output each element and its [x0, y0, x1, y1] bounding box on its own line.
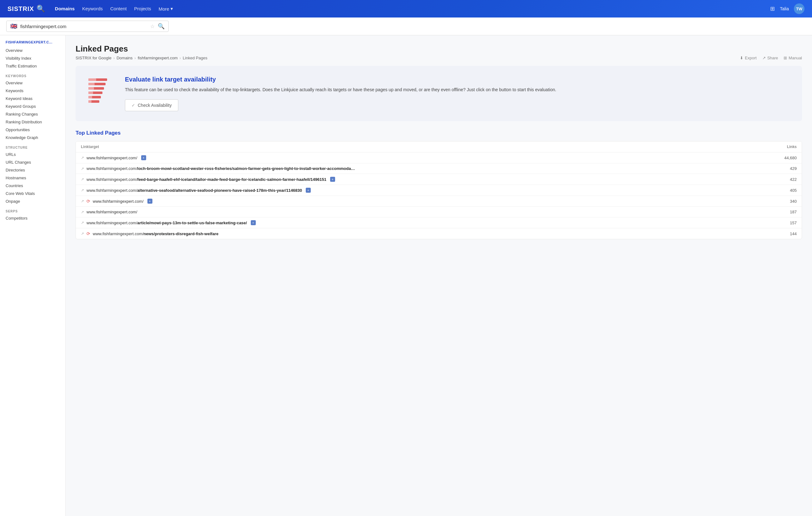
svg-rect-1: [88, 78, 96, 81]
links-count-7: 144: [749, 228, 802, 239]
sidebar-item-keywords[interactable]: Keywords: [0, 87, 65, 95]
nav-projects[interactable]: Projects: [134, 6, 151, 11]
svg-rect-3: [88, 83, 95, 85]
plus-button-2[interactable]: +: [330, 177, 335, 182]
link-cell-inner-4: ↗⟳www.fishfarmingexpert.com/+: [81, 199, 744, 204]
evaluate-title: Evaluate link target availability: [125, 76, 791, 83]
search-icon[interactable]: 🔍: [158, 23, 165, 30]
grid-icon[interactable]: ⊞: [770, 5, 775, 12]
nav-more[interactable]: More ▾: [158, 6, 173, 11]
col-linktarget: Linktarget: [76, 142, 749, 152]
links-count-0: 44,680: [749, 152, 802, 163]
nav-keywords[interactable]: Keywords: [82, 6, 103, 11]
svg-rect-11: [88, 100, 91, 103]
breadcrumb-domain[interactable]: fishfarmingexpert.com: [138, 56, 178, 60]
redirect-icon: ⟳: [87, 199, 90, 204]
link-cell-4: ↗⟳www.fishfarmingexpert.com/+: [76, 196, 749, 207]
sidebar-item-directories[interactable]: Directories: [0, 166, 65, 174]
external-link-icon: ↗: [81, 210, 84, 214]
url-text-3[interactable]: www.fishfarmingexpert.com/alternative-se…: [87, 188, 302, 193]
share-button[interactable]: ↗ Share: [762, 56, 778, 60]
linked-pages-table: Linktarget Links ↗www.fishfarmingexpert.…: [76, 142, 802, 239]
url-text-4[interactable]: www.fishfarmingexpert.com/: [93, 199, 144, 204]
topnav-right: ⊞ Talia TW: [770, 3, 805, 14]
external-link-icon: ↗: [81, 177, 84, 181]
manual-button[interactable]: ⊞ Manual: [784, 56, 802, 60]
links-count-4: 340: [749, 196, 802, 207]
sidebar-item-traffic-estimation[interactable]: Traffic Estimation: [0, 62, 65, 70]
links-count-2: 422: [749, 174, 802, 185]
link-cell-inner-1: ↗www.fishfarmingexpert.com/loch-broom-mo…: [81, 166, 744, 171]
sidebar-section-serps: SERPS: [0, 205, 65, 214]
sidebar-section-structure: STRUCTURE: [0, 142, 65, 150]
evaluate-content: Evaluate link target availability This f…: [125, 76, 791, 111]
breadcrumb-sep-2: ›: [135, 56, 136, 60]
url-text-6[interactable]: www.fishfarmingexpert.com/article/mowi-p…: [87, 221, 247, 225]
linked-pages-icon: [87, 76, 115, 107]
nav-content[interactable]: Content: [110, 6, 127, 11]
breadcrumb-actions: ⬇ Export ↗ Share ⊞ Manual: [740, 56, 802, 60]
url-text-5[interactable]: www.fishfarmingexpert.com/: [87, 209, 138, 214]
table-row: ↗⟳www.fishfarmingexpert.com/news/protest…: [76, 228, 802, 239]
main-layout: FISHFARMINGEXPERT.C... Overview Visibili…: [0, 35, 812, 516]
sidebar-item-url-changes[interactable]: URL Changes: [0, 159, 65, 166]
linked-pages-table-container: Linktarget Links ↗www.fishfarmingexpert.…: [76, 141, 802, 239]
link-cell-1: ↗www.fishfarmingexpert.com/loch-broom-mo…: [76, 163, 749, 174]
share-icon: ↗: [762, 56, 766, 60]
favorite-icon[interactable]: ☆: [150, 23, 154, 29]
table-row: ↗www.fishfarmingexpert.com/alternative-s…: [76, 185, 802, 196]
svg-rect-7: [88, 91, 93, 94]
sidebar-item-knowledge-graph[interactable]: Knowledge Graph: [0, 134, 65, 142]
evaluate-icon: [87, 76, 115, 108]
top-navigation: SISTRIX 🔍 Domains Keywords Content Proje…: [0, 0, 812, 18]
table-row: ↗www.fishfarmingexpert.com/loch-broom-mo…: [76, 163, 802, 174]
avatar[interactable]: TW: [794, 3, 805, 14]
url-text-7[interactable]: www.fishfarmingexpert.com/news/protester…: [93, 231, 218, 236]
search-input[interactable]: [20, 24, 147, 29]
nav-domains[interactable]: Domains: [55, 6, 75, 11]
plus-button-0[interactable]: +: [141, 155, 146, 160]
sidebar-item-keyword-ideas[interactable]: Keyword Ideas: [0, 95, 65, 103]
sidebar-item-onpage[interactable]: Onpage: [0, 197, 65, 205]
sidebar-domain-label: FISHFARMINGEXPERT.C...: [0, 40, 65, 47]
sidebar-item-visibility-index[interactable]: Visibility Index: [0, 54, 65, 62]
sidebar-item-opportunities[interactable]: Opportunities: [0, 126, 65, 134]
external-link-icon: ↗: [81, 221, 84, 225]
breadcrumb: SISTRIX for Google › Domains › fishfarmi…: [76, 56, 802, 60]
svg-rect-9: [88, 96, 92, 98]
link-cell-inner-5: ↗www.fishfarmingexpert.com/: [81, 209, 744, 214]
sidebar-item-overview[interactable]: Overview: [0, 47, 65, 54]
plus-button-6[interactable]: +: [251, 220, 256, 225]
sidebar-item-competitors[interactable]: Competitors: [0, 214, 65, 222]
external-link-icon: ↗: [81, 199, 84, 203]
plus-button-4[interactable]: +: [147, 199, 152, 204]
link-cell-7: ↗⟳www.fishfarmingexpert.com/news/protest…: [76, 228, 749, 239]
check-availability-button[interactable]: ✓ Check Availability: [125, 99, 178, 111]
links-count-3: 405: [749, 185, 802, 196]
table-row: ↗www.fishfarmingexpert.com/article/mowi-…: [76, 218, 802, 228]
sidebar-item-ranking-distribution[interactable]: Ranking Distribution: [0, 118, 65, 126]
sidebar-item-urls[interactable]: URLs: [0, 150, 65, 159]
svg-rect-5: [88, 87, 94, 90]
redirect-icon: ⟳: [87, 231, 90, 236]
export-button[interactable]: ⬇ Export: [740, 56, 757, 60]
sidebar-item-hostnames[interactable]: Hostnames: [0, 174, 65, 182]
links-count-1: 429: [749, 163, 802, 174]
checkmark-icon: ✓: [132, 103, 135, 108]
url-text-0[interactable]: www.fishfarmingexpert.com/: [87, 155, 138, 160]
searchbar: 🇬🇧 ☆ 🔍: [6, 21, 169, 32]
sidebar-item-keywords-overview[interactable]: Overview: [0, 79, 65, 87]
plus-button-3[interactable]: +: [306, 188, 311, 193]
link-cell-inner-2: ↗www.fishfarmingexpert.com/feed-barge-ha…: [81, 177, 744, 182]
url-text-2[interactable]: www.fishfarmingexpert.com/feed-barge-haa…: [87, 177, 326, 182]
sidebar-item-core-web-vitals[interactable]: Core Web Vitals: [0, 190, 65, 197]
url-text-1[interactable]: www.fishfarmingexpert.com/loch-broom-mow…: [87, 166, 355, 171]
breadcrumb-domains[interactable]: Domains: [116, 56, 133, 60]
link-cell-3: ↗www.fishfarmingexpert.com/alternative-s…: [76, 185, 749, 196]
main-content: Linked Pages SISTRIX for Google › Domain…: [65, 35, 812, 516]
sidebar-item-ranking-changes[interactable]: Ranking Changes: [0, 110, 65, 118]
link-cell-6: ↗www.fishfarmingexpert.com/article/mowi-…: [76, 218, 749, 228]
breadcrumb-sistrix[interactable]: SISTRIX for Google: [76, 56, 112, 60]
sidebar-item-keyword-groups[interactable]: Keyword Groups: [0, 103, 65, 110]
sidebar-item-countries[interactable]: Countries: [0, 182, 65, 190]
